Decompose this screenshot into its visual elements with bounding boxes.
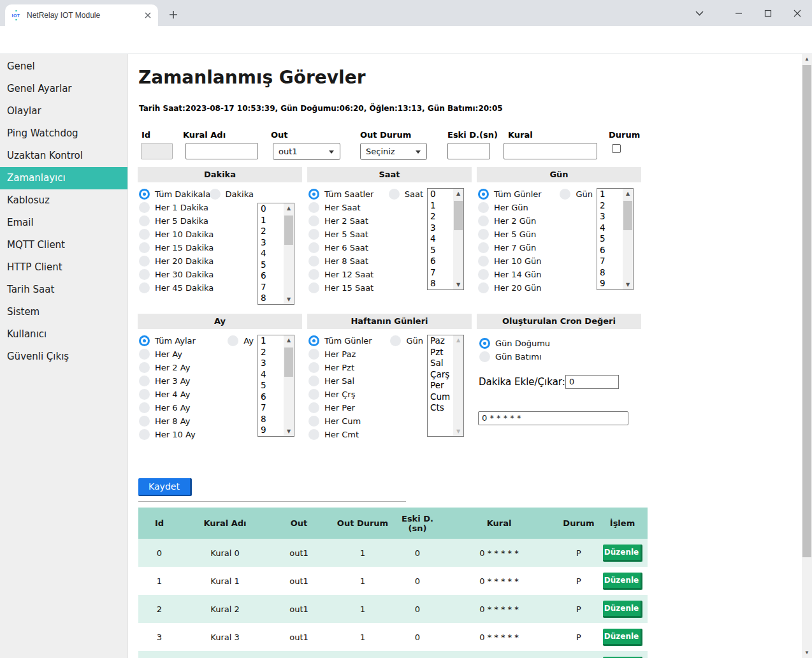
sidebar-item-http-client[interactable]: HTTP Client <box>0 256 127 279</box>
minimize-button[interactable] <box>724 0 753 26</box>
close-window-button[interactable] <box>783 0 812 26</box>
radio-her-8-ay[interactable] <box>139 416 150 427</box>
listbox-option[interactable]: 5 <box>597 233 623 245</box>
scrollbar-thumb[interactable] <box>284 347 293 377</box>
radio-her-6-saat[interactable] <box>308 242 319 253</box>
radio-her-saat[interactable] <box>308 202 319 213</box>
radio-her-10-g-n[interactable] <box>478 256 489 267</box>
scroll-up-icon[interactable]: ▲ <box>453 189 463 198</box>
radio-her-14-g-n[interactable] <box>478 269 489 280</box>
rule-field[interactable] <box>504 143 597 159</box>
listbox-option[interactable]: 5 <box>428 245 453 256</box>
listbox-option[interactable]: 3 <box>428 223 453 234</box>
dakika-listbox[interactable]: 0123456789▲▼ <box>257 203 294 305</box>
radio-her-7-g-n[interactable] <box>478 242 489 253</box>
radio-her-pzt[interactable] <box>308 362 319 373</box>
listbox-option[interactable]: 4 <box>258 369 284 381</box>
radio-her-15-saat[interactable] <box>308 282 319 293</box>
sidebar-item-uzaktan-kontrol[interactable]: Uzaktan Kontrol <box>0 145 127 167</box>
listbox-option[interactable]: 10 <box>597 289 623 291</box>
listbox-option[interactable]: Per <box>428 380 453 391</box>
minute-offset-field[interactable]: 0 <box>565 375 619 389</box>
listbox-option[interactable]: 3 <box>258 358 284 369</box>
scroll-up-icon[interactable]: ▲ <box>623 189 633 198</box>
save-button[interactable]: Kaydet <box>138 478 192 496</box>
listbox-option[interactable]: 4 <box>258 248 284 260</box>
radio-her-20-dakika[interactable] <box>139 256 150 267</box>
listbox-option[interactable]: 1 <box>258 215 284 226</box>
listbox-option[interactable]: Paz <box>428 335 453 347</box>
listbox-option[interactable]: 6 <box>428 256 453 267</box>
edit-button[interactable]: Düzenle <box>603 573 642 590</box>
scrollbar-thumb[interactable] <box>623 201 632 230</box>
listbox-option[interactable]: 7 <box>428 267 453 279</box>
out-select[interactable]: out1 <box>273 143 340 160</box>
sidebar-item-zamanlay-c[interactable]: Zamanlayıcı <box>0 167 127 189</box>
listbox-option[interactable]: 4 <box>597 223 623 234</box>
listbox-option[interactable]: Cts <box>428 402 453 414</box>
radio-t-m-dakikalar[interactable] <box>139 189 150 200</box>
listbox-option[interactable]: 3 <box>258 237 284 249</box>
sidebar-item-ping-watchdog[interactable]: Ping Watchdog <box>0 122 127 145</box>
listbox-scrollbar[interactable]: ▲▼ <box>284 335 294 436</box>
radio-her-10-ay[interactable] <box>139 429 150 440</box>
scroll-down-icon[interactable]: ▼ <box>284 427 294 436</box>
listbox-option[interactable]: 9 <box>597 278 623 289</box>
listbox-option[interactable]: 1 <box>428 200 453 212</box>
listbox-option[interactable]: 6 <box>597 245 623 256</box>
radio-t-m-g-nler[interactable] <box>478 189 489 200</box>
scroll-up-icon[interactable]: ▲ <box>802 54 812 64</box>
radio-dakika-custom[interactable] <box>210 189 221 200</box>
radio-her-20-g-n[interactable] <box>478 282 489 293</box>
scroll-down-icon[interactable]: ▼ <box>802 648 812 658</box>
listbox-option[interactable]: 7 <box>258 282 284 293</box>
listbox-option[interactable]: 8 <box>258 293 284 304</box>
listbox-option[interactable]: 9 <box>258 304 284 305</box>
sidebar-item-email[interactable]: Email <box>0 212 127 234</box>
listbox-option[interactable]: 2 <box>258 226 284 237</box>
listbox-option[interactable]: 0 <box>428 189 453 200</box>
scroll-down-icon[interactable]: ▼ <box>453 280 463 289</box>
listbox-option[interactable]: 5 <box>258 380 284 391</box>
scrollbar-thumb[interactable] <box>454 201 463 230</box>
scroll-up-icon[interactable]: ▲ <box>284 203 294 213</box>
listbox-option[interactable]: 2 <box>428 211 453 223</box>
old-delay-field[interactable] <box>447 143 490 159</box>
listbox-option[interactable]: 10 <box>258 436 284 437</box>
radio-her-ay[interactable] <box>139 349 150 360</box>
saat-listbox[interactable]: 0123456789▲▼ <box>427 188 464 290</box>
listbox-option[interactable]: 2 <box>258 347 284 358</box>
sidebar-item-sistem[interactable]: Sistem <box>0 301 127 323</box>
listbox-option[interactable]: 5 <box>258 260 284 271</box>
radio-her-15-dakika[interactable] <box>139 242 150 253</box>
radio-t-m-saatler[interactable] <box>308 189 319 200</box>
listbox-option[interactable]: 3 <box>597 211 623 223</box>
listbox-option[interactable]: 8 <box>428 278 453 289</box>
listbox-option[interactable]: 1 <box>258 335 284 347</box>
listbox-option[interactable]: 6 <box>258 270 284 282</box>
radio-her-5-dakika[interactable] <box>139 216 150 226</box>
sidebar-item-kullan-c[interactable]: Kullanıcı <box>0 323 127 346</box>
radio-her-45-dakika[interactable] <box>139 282 150 293</box>
scrollbar-thumb[interactable] <box>284 216 293 245</box>
scroll-up-icon[interactable]: ▲ <box>284 335 294 345</box>
listbox-option[interactable]: 9 <box>258 425 284 436</box>
hafta-listbox[interactable]: PazPztSalÇarşPerCumCts▲▼ <box>427 335 464 437</box>
listbox-scrollbar[interactable]: ▲▼ <box>623 189 633 289</box>
radio-her-5-g-n[interactable] <box>478 229 489 240</box>
tab-close-icon[interactable] <box>143 10 153 20</box>
radio-her-12-saat[interactable] <box>308 269 319 280</box>
sidebar-item-mqtt-client[interactable]: MQTT Client <box>0 234 127 256</box>
radio-her-paz[interactable] <box>308 349 319 360</box>
out-state-select[interactable]: Seçiniz <box>360 143 427 160</box>
radio-t-m-g-nler[interactable] <box>308 335 319 346</box>
listbox-option[interactable]: Sal <box>428 358 453 369</box>
sidebar-item-genel[interactable]: Genel <box>0 55 127 78</box>
listbox-scrollbar[interactable]: ▲▼ <box>453 189 463 289</box>
listbox-scrollbar[interactable]: ▲▼ <box>453 335 463 436</box>
radio-her-2-g-n[interactable] <box>478 216 489 226</box>
radio-her-10-dakika[interactable] <box>139 229 150 240</box>
sunset-radio[interactable] <box>479 351 490 362</box>
listbox-option[interactable]: 2 <box>597 200 623 212</box>
listbox-option[interactable]: 7 <box>258 402 284 414</box>
